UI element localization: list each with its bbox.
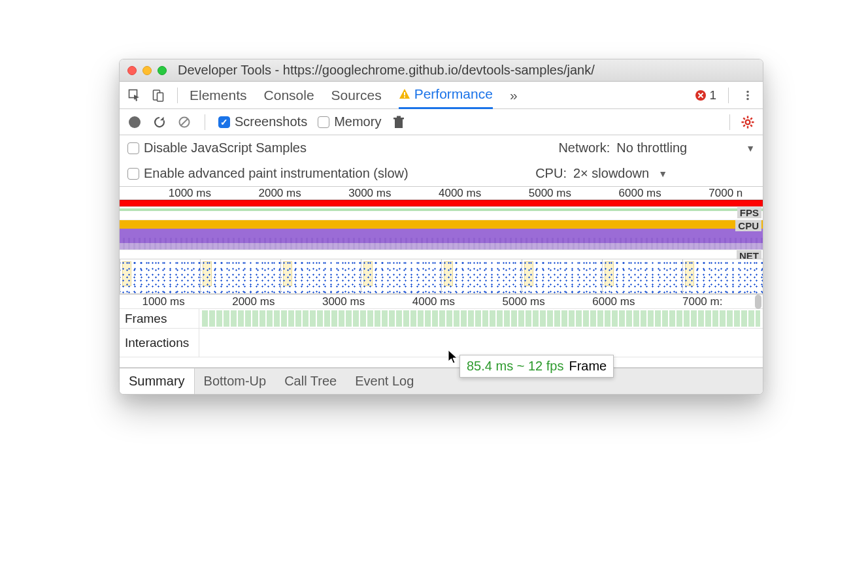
svg-line-20: [750, 125, 752, 127]
svg-rect-13: [397, 116, 401, 118]
ruler-tick: 4000 ms: [412, 295, 455, 308]
screenshot-thumb[interactable]: [441, 259, 522, 294]
kebab-menu-icon[interactable]: [741, 88, 755, 103]
perf-toolbar: Screenshots Memory: [120, 109, 763, 135]
svg-line-10: [181, 118, 188, 125]
ruler-tick: 4000 ms: [439, 187, 481, 200]
svg-rect-2: [158, 93, 163, 101]
window-title: Developer Tools - https://googlechrome.g…: [178, 63, 595, 78]
network-throttle-select[interactable]: No throttling ▼: [616, 140, 755, 155]
overview-ruler[interactable]: 1000 ms 2000 ms 3000 ms 4000 ms 5000 ms …: [120, 187, 763, 200]
cpu-label: CPU:: [535, 166, 567, 181]
flamechart-area[interactable]: 1000 ms 2000 ms 3000 ms 4000 ms 5000 ms …: [120, 295, 763, 368]
vertical-scrollbar-thumb[interactable]: [755, 295, 761, 309]
error-icon: [695, 90, 707, 101]
divider: [205, 114, 205, 130]
svg-line-19: [743, 118, 745, 120]
tab-performance[interactable]: Performance: [399, 82, 493, 109]
clear-button[interactable]: [177, 115, 192, 129]
record-button[interactable]: [127, 115, 142, 129]
tab-bottom-up[interactable]: Bottom-Up: [195, 368, 276, 394]
tab-summary[interactable]: Summary: [120, 368, 195, 394]
tab-console[interactable]: Console: [264, 82, 314, 109]
svg-point-7: [746, 94, 749, 97]
screenshots-toggle[interactable]: Screenshots: [218, 114, 307, 129]
frame-tooltip: 85.4 ms ~ 12 fps Frame: [459, 355, 614, 378]
checkbox-icon[interactable]: [318, 116, 329, 128]
device-toggle-icon[interactable]: [151, 88, 165, 103]
checkbox-icon[interactable]: [127, 142, 139, 154]
timeline-overview[interactable]: 1000 ms 2000 ms 3000 ms 4000 ms 5000 ms …: [120, 187, 763, 295]
traffic-light-zoom[interactable]: [158, 66, 167, 75]
interactions-row-label: Interactions: [120, 329, 199, 357]
screenshot-thumb[interactable]: [682, 259, 763, 294]
ruler-tick: 3000 ms: [322, 295, 365, 308]
screenshot-thumb[interactable]: [200, 259, 281, 294]
frames-row[interactable]: Frames: [120, 309, 763, 329]
tab-elements[interactable]: Elements: [190, 82, 247, 109]
svg-rect-11: [395, 119, 403, 128]
ruler-tick: 6000 ms: [592, 295, 635, 308]
collect-garbage-icon[interactable]: [392, 115, 406, 129]
svg-line-21: [750, 118, 752, 120]
error-count-value: 1: [709, 88, 716, 103]
tab-call-tree[interactable]: Call Tree: [275, 368, 346, 394]
memory-label: Memory: [334, 114, 381, 129]
ruler-tick: 5000 ms: [502, 295, 544, 308]
tooltip-kind: Frame: [569, 359, 607, 374]
interactions-row[interactable]: Interactions 85.4 ms ~ 12 fps Frame: [120, 329, 763, 357]
tab-event-log[interactable]: Event Log: [346, 368, 423, 394]
ruler-tick: 6000 ms: [619, 187, 661, 200]
cpu-track-label: CPU: [735, 220, 761, 231]
screenshot-thumb[interactable]: [602, 259, 683, 294]
screenshot-thumb[interactable]: [361, 259, 442, 294]
capture-settings: Disable JavaScript Samples Network: No t…: [120, 135, 763, 187]
cpu-throttle-select[interactable]: 2× slowdown ▼: [573, 166, 667, 181]
screenshots-label: Screenshots: [235, 114, 307, 129]
checkbox-icon[interactable]: [218, 116, 230, 128]
screenshot-thumb[interactable]: [280, 259, 361, 294]
memory-toggle[interactable]: Memory: [318, 114, 381, 129]
screenshot-filmstrip[interactable]: [120, 259, 763, 294]
chevron-down-icon: ▼: [658, 169, 667, 179]
traffic-light-minimize[interactable]: [142, 66, 152, 75]
reload-record-button[interactable]: [152, 115, 167, 129]
inspect-element-icon[interactable]: [127, 88, 142, 103]
details-tabs: Summary Bottom-Up Call Tree Event Log: [120, 368, 763, 394]
cpu-value: 2× slowdown: [573, 166, 649, 181]
paint-instrumentation-toggle[interactable]: Enable advanced paint instrumentation (s…: [127, 166, 409, 181]
divider: [729, 114, 730, 130]
ruler-tick: 5000 ms: [529, 187, 571, 200]
network-value: No throttling: [616, 140, 687, 155]
checkbox-icon[interactable]: [127, 168, 139, 180]
svg-rect-3: [404, 92, 405, 95]
traffic-light-close[interactable]: [127, 66, 137, 75]
error-count-badge[interactable]: 1: [695, 88, 716, 103]
svg-point-8: [746, 97, 749, 100]
long-frame-indicator: [120, 200, 763, 206]
devtools-window: Developer Tools - https://googlechrome.g…: [119, 59, 763, 395]
frames-bars[interactable]: [202, 310, 760, 327]
screenshot-thumb[interactable]: [120, 259, 201, 294]
ruler-tick: 2000 ms: [258, 187, 301, 200]
warning-icon: [399, 88, 410, 100]
flamechart-gap: [120, 357, 763, 368]
svg-rect-4: [404, 96, 405, 97]
ruler-tick: 1000 ms: [169, 187, 211, 200]
ruler-tick: 7000 m:: [682, 295, 722, 308]
ruler-tick: 7000 n: [709, 187, 743, 200]
cpu-track: CPU: [120, 220, 763, 250]
ruler-tick: 2000 ms: [232, 295, 275, 308]
tab-performance-label: Performance: [414, 86, 493, 102]
svg-point-6: [746, 90, 749, 93]
fps-track-label: FPS: [737, 207, 761, 218]
detail-ruler[interactable]: 1000 ms 2000 ms 3000 ms 4000 ms 5000 ms …: [120, 295, 763, 309]
net-track: NET: [120, 250, 763, 259]
screenshot-thumb[interactable]: [522, 259, 603, 294]
divider: [177, 88, 178, 103]
divider: [728, 88, 729, 103]
tabs-overflow[interactable]: »: [510, 82, 518, 109]
capture-settings-icon[interactable]: [741, 115, 755, 129]
disable-js-samples-toggle[interactable]: Disable JavaScript Samples: [127, 140, 307, 155]
tab-sources[interactable]: Sources: [331, 82, 382, 109]
